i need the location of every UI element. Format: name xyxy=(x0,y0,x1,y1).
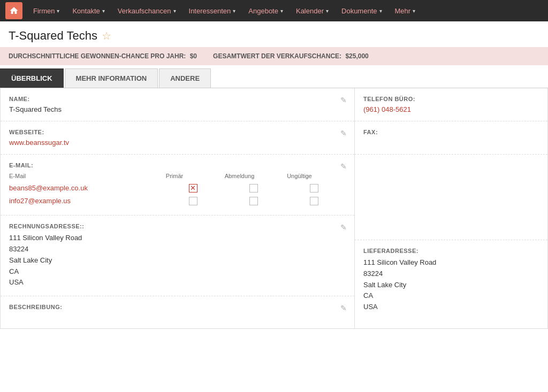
billing-state: CA xyxy=(9,266,346,278)
billing-edit-icon[interactable]: ✎ xyxy=(340,223,347,232)
checkbox-primary-1[interactable] xyxy=(166,195,225,208)
stat-value-2: $25,000 xyxy=(345,52,368,60)
table-row: beans85@example.co.uk xyxy=(9,181,346,195)
home-button[interactable] xyxy=(5,2,22,19)
email-label: E-MAIL: xyxy=(9,162,346,168)
chevron-down-icon: ▾ xyxy=(379,8,382,14)
email-col-unsub: Abmeldung xyxy=(225,172,287,181)
name-section: NAME: T-Squared Techs ✎ xyxy=(1,88,354,121)
billing-country: USA xyxy=(9,277,346,288)
shipping-zip: 83224 xyxy=(363,268,539,280)
tab-andere[interactable]: ANDERE xyxy=(159,68,211,88)
tab-uberblick[interactable]: ÜBERBLICK xyxy=(0,68,64,88)
chevron-down-icon: ▾ xyxy=(280,8,283,14)
checkbox-unsub-1[interactable] xyxy=(225,195,287,208)
chevron-down-icon: ▾ xyxy=(57,8,59,14)
fax-section: FAX: xyxy=(355,121,547,155)
email-address[interactable]: info27@example.us xyxy=(9,195,166,208)
page-title: T-Squared Techs xyxy=(9,29,97,43)
shipping-state: CA xyxy=(363,290,539,302)
phone-label: TELEFON BÜRO: xyxy=(363,96,539,102)
right-spacer xyxy=(355,155,547,240)
nav-interessenten[interactable]: Interessenten ▾ xyxy=(184,4,241,18)
email-edit-icon[interactable]: ✎ xyxy=(340,162,347,171)
checkbox-primary-0[interactable] xyxy=(166,181,225,195)
tab-bar: ÜBERBLICK MEHR INFORMATION ANDERE xyxy=(0,65,548,88)
billing-street: 111 Silicon Valley Road xyxy=(9,233,346,244)
right-column: TELEFON BÜRO: (961) 048-5621 FAX: LIEFER… xyxy=(355,88,547,328)
email-col-email: E-Mail xyxy=(9,172,166,181)
chevron-down-icon: ▾ xyxy=(326,8,329,14)
shipping-address: 111 Silicon Valley Road 83224 Salt Lake … xyxy=(363,257,539,313)
billing-zip: 83224 xyxy=(9,244,346,255)
description-edit-icon[interactable]: ✎ xyxy=(340,304,347,312)
website-value[interactable]: www.beanssugar.tv xyxy=(9,139,346,147)
nav-mehr[interactable]: Mehr ▾ xyxy=(390,4,421,18)
email-col-primary: Primär xyxy=(166,172,225,181)
chevron-down-icon: ▾ xyxy=(173,8,176,14)
description-section: BESCHREIBUNG: ✎ xyxy=(1,296,354,328)
website-label: WEBSEITE: xyxy=(9,129,346,135)
chevron-down-icon: ▾ xyxy=(233,8,235,14)
name-value: T-Squared Techs xyxy=(9,105,346,113)
nav-verkaufschancen[interactable]: Verkaufschancen ▾ xyxy=(112,4,181,18)
checkbox-unsub-0[interactable] xyxy=(225,181,287,195)
fax-value xyxy=(363,139,539,147)
navigation: Firmen ▾ Kontakte ▾ Verkaufschancen ▾ In… xyxy=(0,0,548,21)
nav-dokumente[interactable]: Dokumente ▾ xyxy=(336,4,387,18)
billing-section: RECHNUNGSADRESSE:: 111 Silicon Valley Ro… xyxy=(1,216,354,296)
star-icon[interactable]: ☆ xyxy=(102,29,111,42)
nav-kontakte[interactable]: Kontakte ▾ xyxy=(67,4,110,18)
description-label: BESCHREIBUNG: xyxy=(9,304,346,310)
chevron-down-icon: ▾ xyxy=(413,8,415,14)
billing-label: RECHNUNGSADRESSE:: xyxy=(9,223,346,229)
nav-kalender[interactable]: Kalender ▾ xyxy=(291,4,334,18)
main-content: NAME: T-Squared Techs ✎ WEBSEITE: www.be… xyxy=(0,88,548,329)
email-section: E-MAIL: E-Mail Primär Abmeldung Ungültig… xyxy=(1,155,354,216)
checkbox-invalid-0[interactable] xyxy=(287,181,346,195)
chevron-down-icon: ▾ xyxy=(102,8,105,14)
nav-firmen[interactable]: Firmen ▾ xyxy=(28,4,65,18)
shipping-label: LIEFERADRESSE: xyxy=(363,248,539,254)
left-column: NAME: T-Squared Techs ✎ WEBSEITE: www.be… xyxy=(1,88,355,328)
phone-section: TELEFON BÜRO: (961) 048-5621 xyxy=(355,88,547,121)
stat-label-1: DURCHSCHNITTLICHE GEWONNEN-CHANCE PRO JA… xyxy=(9,52,186,60)
billing-address: 111 Silicon Valley Road 83224 Salt Lake … xyxy=(9,233,346,288)
table-row: info27@example.us xyxy=(9,195,346,208)
shipping-street: 111 Silicon Valley Road xyxy=(363,257,539,268)
shipping-city: Salt Lake City xyxy=(363,280,539,291)
stats-bar: DURCHSCHNITTLICHE GEWONNEN-CHANCE PRO JA… xyxy=(0,47,548,65)
tab-mehr-information[interactable]: MEHR INFORMATION xyxy=(65,68,158,88)
name-edit-icon[interactable]: ✎ xyxy=(340,96,347,104)
email-col-invalid: Ungültige xyxy=(287,172,346,181)
stat-value-1: $0 xyxy=(190,52,197,60)
fax-label: FAX: xyxy=(363,129,539,135)
stat-label-2: GESAMTWERT DER VERKAUFSCHANCE: xyxy=(213,52,341,60)
name-label: NAME: xyxy=(9,96,346,102)
billing-city: Salt Lake City xyxy=(9,255,346,266)
shipping-country: USA xyxy=(363,302,539,313)
page-header: T-Squared Techs ☆ xyxy=(0,21,548,47)
phone-value[interactable]: (961) 048-5621 xyxy=(363,105,539,113)
shipping-section: LIEFERADRESSE: 111 Silicon Valley Road 8… xyxy=(355,240,547,320)
email-address[interactable]: beans85@example.co.uk xyxy=(9,181,166,195)
checkbox-invalid-1[interactable] xyxy=(287,195,346,208)
website-section: WEBSEITE: www.beanssugar.tv ✎ xyxy=(1,121,354,155)
nav-angebote[interactable]: Angebote ▾ xyxy=(243,4,288,18)
website-edit-icon[interactable]: ✎ xyxy=(340,129,347,137)
email-table: E-Mail Primär Abmeldung Ungültige beans8… xyxy=(9,172,346,207)
